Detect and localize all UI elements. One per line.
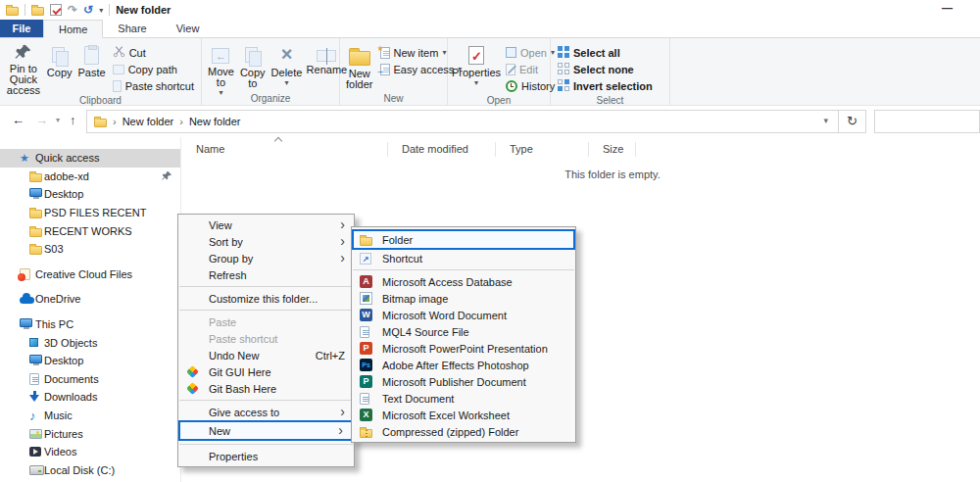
delete-x-icon: ×	[281, 43, 293, 65]
sidebar-item-local-disk-c[interactable]: Local Disk (C:)	[0, 461, 180, 480]
open-button[interactable]: Open ▾	[503, 44, 558, 61]
context-menu: View › Sort by › Group by › Refresh Cust…	[177, 214, 355, 467]
submenu-item-word-document[interactable]: Microsoft Word Document	[352, 307, 575, 323]
column-header-date-modified[interactable]: Date modified	[388, 142, 496, 157]
sidebar-item-documents[interactable]: Documents	[0, 370, 180, 389]
sidebar-item-downloads[interactable]: Downloads	[0, 388, 180, 407]
column-header-size[interactable]: Size	[589, 142, 636, 157]
minimize-button[interactable]: —	[942, 2, 953, 14]
new-folder-button[interactable]: New folder	[344, 41, 375, 92]
qat-properties-icon[interactable]	[50, 4, 62, 16]
context-menu-item-paste[interactable]: Paste	[178, 313, 354, 330]
sidebar-item-pictures[interactable]: Pictures	[0, 424, 180, 443]
qat-customize-dropdown-icon[interactable]: ▾	[99, 6, 103, 15]
button-label: Easy access	[394, 64, 455, 75]
column-header-type[interactable]: Type	[496, 142, 589, 157]
sidebar-item-recent-works[interactable]: RECENT WORKS	[0, 221, 180, 240]
disk-drive-icon	[29, 465, 44, 475]
sidebar-item-psd-files-recent[interactable]: PSD FILES RECENT	[0, 204, 180, 222]
qat-new-folder-icon[interactable]	[31, 7, 44, 16]
select-all-icon	[558, 46, 569, 60]
back-button[interactable]: ←	[12, 113, 24, 127]
context-menu-item-undo-new[interactable]: Undo New Ctrl+Z	[178, 347, 354, 363]
sidebar-item-creative-cloud-files[interactable]: Creative Cloud Files	[0, 265, 180, 284]
pinned-icon	[162, 170, 172, 183]
redo-icon[interactable]: ↷	[68, 3, 77, 17]
sidebar-item-music[interactable]: ♪ Music	[0, 407, 180, 425]
submenu-item-mql4-source-file[interactable]: MQL4 Source File	[352, 323, 575, 340]
search-input[interactable]	[874, 110, 980, 133]
paste-shortcut-button[interactable]: Paste shortcut	[110, 77, 197, 94]
edit-button[interactable]: Edit	[503, 61, 558, 77]
tab-home[interactable]: Home	[43, 20, 103, 38]
sidebar-item-3d-objects[interactable]: 3D Objects	[0, 333, 180, 352]
context-menu-item-give-access-to[interactable]: Give access to ›	[178, 404, 354, 420]
context-menu-item-new[interactable]: New ›	[178, 420, 354, 441]
sidebar-item-onedrive[interactable]: OneDrive	[0, 290, 180, 309]
copy-button[interactable]: Copy	[45, 41, 74, 92]
clipboard-icon	[84, 46, 99, 65]
sidebar-item-label: Downloads	[44, 391, 97, 403]
sidebar-item-s03[interactable]: S03	[0, 240, 180, 259]
select-all-button[interactable]: Select all	[555, 44, 656, 61]
submenu-item-excel-worksheet[interactable]: Microsoft Excel Worksheet	[352, 407, 575, 423]
breadcrumb-segment[interactable]: New folder	[189, 116, 241, 127]
address-bar[interactable]: › New folder › New folder ▾	[86, 110, 839, 133]
ribbon-group-new: New folder New item ▾ Easy access ▾ New	[340, 38, 448, 105]
move-to-button[interactable]: ← Move to ▾	[206, 41, 236, 92]
context-menu-item-group-by[interactable]: Group by ›	[178, 250, 354, 266]
sidebar-item-label: 3D Objects	[44, 337, 97, 349]
invert-selection-icon	[558, 79, 569, 93]
context-menu-item-refresh[interactable]: Refresh	[178, 266, 354, 283]
sidebar-item-desktop[interactable]: Desktop	[0, 352, 180, 370]
invert-selection-button[interactable]: Invert selection	[555, 77, 656, 94]
paste-button[interactable]: Paste	[76, 41, 108, 92]
copy-path-button[interactable]: Copy path	[110, 61, 197, 77]
dropdown-icon: ▾	[474, 78, 478, 87]
submenu-item-powerpoint-presentation[interactable]: Microsoft PowerPoint Presentation	[352, 340, 575, 357]
sidebar-item-this-pc[interactable]: This PC	[0, 315, 180, 334]
new-item-icon	[380, 47, 390, 59]
properties-button[interactable]: Properties ▾	[452, 41, 501, 92]
forward-button[interactable]: →	[35, 113, 48, 127]
window-folder-icon	[6, 7, 19, 16]
pin-to-quick-access-button[interactable]: Pin to Quick access	[4, 41, 43, 92]
recent-locations-dropdown-icon[interactable]: ▾	[56, 116, 60, 124]
address-dropdown-icon[interactable]: ▾	[823, 116, 828, 125]
sidebar-item-adobe-xd[interactable]: adobe-xd	[0, 168, 180, 186]
cut-button[interactable]: Cut	[110, 44, 197, 61]
context-menu-item-customize-this-folder[interactable]: Customize this folder...	[178, 290, 354, 307]
submenu-item-photoshop[interactable]: Adobe After Effects Photoshop	[352, 357, 575, 373]
up-button[interactable]: ↑	[70, 113, 76, 127]
sidebar-item-quick-access[interactable]: ★ Quick access	[0, 149, 180, 168]
submenu-item-bitmap-image[interactable]: Bitmap image	[352, 290, 575, 307]
sidebar-item-videos[interactable]: Videos	[0, 443, 180, 461]
undo-icon[interactable]: ↺	[83, 3, 93, 17]
context-menu-item-view[interactable]: View ›	[178, 217, 354, 233]
submenu-item-shortcut[interactable]: Shortcut	[352, 250, 575, 266]
sort-ascending-icon	[274, 137, 282, 145]
menu-item-label: Microsoft Publisher Document	[382, 376, 526, 388]
submenu-item-publisher-document[interactable]: Microsoft Publisher Document	[352, 373, 575, 390]
breadcrumb-segment[interactable]: New folder	[122, 116, 174, 127]
copy-to-button[interactable]: Copy to	[238, 41, 268, 92]
refresh-button[interactable]: ↻	[839, 110, 866, 133]
delete-button[interactable]: × Delete ▾	[270, 41, 305, 92]
tab-view[interactable]: View	[162, 20, 215, 37]
submenu-item-folder[interactable]: Folder	[352, 229, 575, 250]
submenu-item-access-database[interactable]: Microsoft Access Database	[352, 273, 575, 290]
context-menu-item-git-gui-here[interactable]: Git GUI Here	[178, 363, 354, 380]
context-menu-item-git-bash-here[interactable]: Git Bash Here	[178, 380, 354, 397]
submenu-item-compressed-zipped-folder[interactable]: Compressed (zipped) Folder	[352, 423, 575, 440]
submenu-item-text-document[interactable]: Text Document	[352, 390, 575, 407]
context-menu-item-sort-by[interactable]: Sort by ›	[178, 233, 354, 250]
column-header-name[interactable]: Name	[182, 142, 388, 157]
context-menu-item-paste-shortcut[interactable]: Paste shortcut	[178, 330, 354, 347]
tab-share[interactable]: Share	[103, 20, 161, 37]
tab-file[interactable]: File	[0, 20, 43, 37]
select-none-button[interactable]: Select none	[555, 61, 656, 77]
history-button[interactable]: History	[503, 77, 558, 94]
sidebar-item-desktop-qa[interactable]: Desktop	[0, 185, 180, 204]
context-menu-item-properties[interactable]: Properties	[178, 448, 354, 464]
submenu-arrow-icon: ›	[338, 423, 343, 438]
